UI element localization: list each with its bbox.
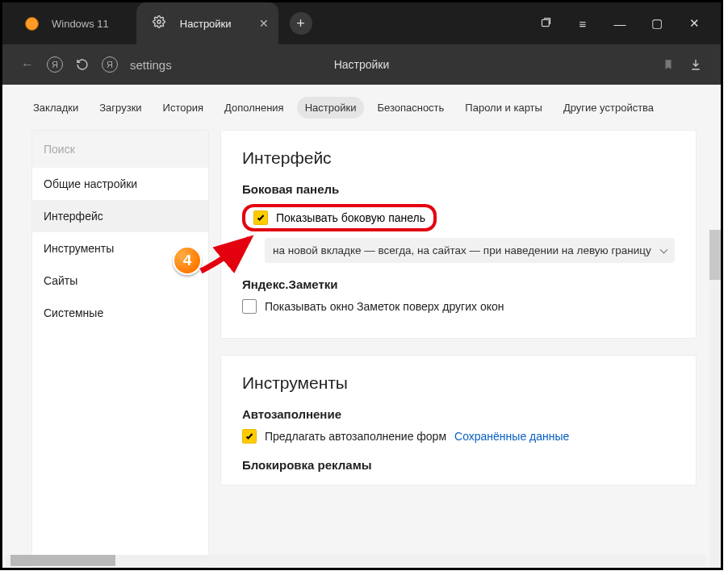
nav-bookmarks[interactable]: Закладки: [25, 97, 86, 119]
nav-other-devices[interactable]: Другие устройства: [555, 97, 662, 119]
home-button[interactable]: Я: [41, 51, 69, 78]
favicon-icon: [25, 17, 39, 31]
tab-windows11[interactable]: Windows 11: [2, 2, 122, 44]
bookmark-icon[interactable]: [655, 51, 682, 78]
reload-button[interactable]: [69, 51, 96, 78]
site-icon[interactable]: Я: [96, 51, 123, 78]
checkbox-suggest-autofill[interactable]: [242, 429, 257, 444]
url-text[interactable]: settings: [130, 58, 172, 72]
tab-label: Windows 11: [52, 18, 109, 30]
nav-history[interactable]: История: [155, 97, 211, 119]
horizontal-scrollbar[interactable]: [6, 555, 706, 566]
nav-addons[interactable]: Дополнения: [216, 97, 292, 119]
section-heading: Яндекс.Заметки: [242, 277, 675, 291]
search-input[interactable]: [32, 131, 208, 168]
vertical-scrollbar[interactable]: [709, 230, 721, 568]
panel-interface: Интерфейс Боковая панель Показывать боко…: [220, 130, 697, 339]
nav-settings[interactable]: Настройки: [297, 97, 365, 119]
checkbox-label: Показывать окно Заметок поверх других ок…: [265, 300, 504, 313]
highlight-callout: Показывать боковую панель: [242, 204, 437, 231]
newtab-button[interactable]: +: [290, 12, 312, 35]
page-title: Настройки: [334, 58, 390, 71]
back-button[interactable]: ←: [14, 51, 41, 78]
sidebar-item-interface[interactable]: Интерфейс: [32, 200, 208, 232]
svg-point-0: [157, 20, 161, 23]
sidebar-item-system[interactable]: Системные: [32, 297, 208, 329]
nav-downloads[interactable]: Загрузки: [91, 97, 149, 119]
step-badge: 4: [173, 246, 202, 275]
svg-rect-1: [542, 19, 549, 26]
section-heading: Блокировка рекламы: [242, 458, 675, 472]
section-heading: Автозаполнение: [242, 407, 675, 421]
close-button[interactable]: ✕: [676, 16, 713, 31]
section-heading: Боковая панель: [242, 182, 675, 196]
checkbox-show-notes-window[interactable]: [242, 299, 257, 314]
tab-label: Настройки: [180, 18, 232, 30]
top-nav: Закладки Загрузки История Дополнения Нас…: [2, 85, 721, 130]
side-panel-mode-select[interactable]: на новой вкладке — всегда, на сайтах — п…: [265, 238, 675, 263]
gear-icon: [153, 15, 165, 31]
sidebar-item-general[interactable]: Общие настройки: [32, 168, 208, 200]
nav-passwords[interactable]: Пароли и карты: [457, 97, 550, 119]
tab-settings[interactable]: Настройки ✕: [136, 2, 278, 44]
menu-icon[interactable]: ≡: [564, 17, 601, 31]
tab-overview-icon[interactable]: [527, 16, 564, 31]
checkbox-show-side-panel[interactable]: [253, 210, 268, 225]
checkbox-label: Предлагать автозаполнение форм: [265, 430, 446, 443]
saved-data-link[interactable]: Сохранённые данные: [454, 430, 569, 443]
checkbox-label: Показывать боковую панель: [276, 211, 425, 224]
titlebar: Windows 11 Настройки ✕ + ≡ — ▢ ✕: [2, 2, 721, 44]
panel-title: Интерфейс: [242, 148, 675, 168]
panel-title: Инструменты: [242, 373, 675, 393]
minimize-button[interactable]: —: [601, 17, 638, 31]
download-icon[interactable]: [682, 51, 709, 78]
maximize-button[interactable]: ▢: [638, 16, 676, 31]
sidebar: Общие настройки Интерфейс Инструменты Са…: [31, 130, 209, 568]
nav-security[interactable]: Безопасность: [369, 97, 452, 119]
addressbar: ← Я Я settings Настройки: [2, 44, 721, 85]
panel-tools: Инструменты Автозаполнение Предлагать ав…: [220, 355, 697, 485]
close-icon[interactable]: ✕: [259, 17, 269, 30]
